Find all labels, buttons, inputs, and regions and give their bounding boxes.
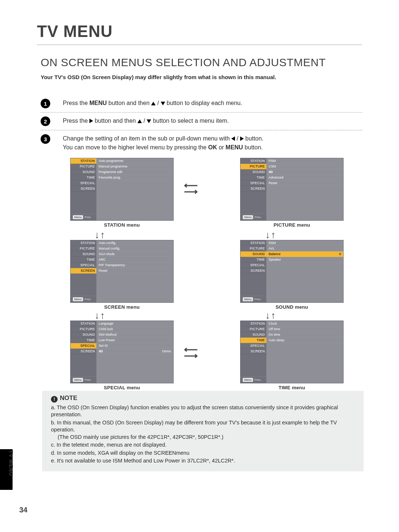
osd-item[interactable]: Reset [96, 268, 173, 274]
osd-tab-time[interactable]: TIME [241, 338, 266, 343]
menu-pill[interactable]: Menu [73, 297, 83, 301]
osd-item[interactable]: Child lock [96, 326, 173, 332]
osd-item[interactable]: SSM [266, 240, 343, 246]
note-e: e. It's not available to use ISM Method … [51, 457, 358, 465]
osd-tab-time[interactable]: TIME [71, 338, 96, 343]
osd-caption: STATION menu [70, 222, 174, 228]
osd-item[interactable]: Low Power [96, 338, 173, 343]
osd-tab-station[interactable]: STATION [241, 158, 266, 164]
osd-tab-special[interactable]: SPECIAL [241, 262, 266, 268]
osd-item[interactable]: Set ID [96, 343, 173, 349]
osd-item[interactable]: Auto programme [96, 158, 173, 164]
osd-item[interactable]: XGA Mode [96, 251, 173, 257]
osd-tab-screen[interactable]: SCREEN [241, 186, 266, 192]
osd-tab-station[interactable]: STATION [71, 158, 96, 164]
osd-tab-picture[interactable]: PICTURE [241, 164, 266, 169]
note-box: NOTE a. The OSD (On Screen Display) func… [42, 391, 364, 471]
osd-tab-time[interactable]: TIME [241, 175, 266, 180]
osd-tab-picture[interactable]: PICTURE [71, 164, 96, 169]
step-3: 3 Change the setting of an item in the s… [41, 131, 362, 156]
osd-item[interactable]: XD [266, 169, 343, 175]
osd-item[interactable]: ISM Method [96, 332, 173, 338]
osd-tab-time[interactable]: TIME [71, 257, 96, 262]
osd-tab-screen[interactable]: SCREEN [71, 268, 96, 274]
osd-item[interactable]: Auto sleep [266, 338, 343, 343]
osd-item[interactable]: AVL [266, 246, 343, 251]
osd-tab-picture[interactable]: PICTURE [71, 326, 96, 332]
osd-item[interactable]: XD Demo [96, 349, 173, 354]
osd-item[interactable]: Off time [266, 326, 343, 332]
left-icon [231, 136, 235, 141]
osd-tab-time[interactable]: TIME [71, 175, 96, 180]
osd-tab-station[interactable]: STATION [241, 240, 266, 246]
osd-item[interactable]: Advanced [266, 175, 343, 180]
bidir-arrow-icon: ↓↑ [95, 232, 105, 238]
osd-item[interactable]: Manual programme [96, 164, 173, 169]
osd-item[interactable]: PIP Transparency [96, 262, 173, 268]
osd-item[interactable]: Language [96, 321, 173, 326]
osd-item[interactable]: Auto config. [96, 240, 173, 246]
step-1-text: Press the MENU button and then / button … [63, 99, 242, 108]
osd-caption: PICTURE menu [240, 222, 344, 228]
section-title: ON SCREEN MENUS SELECTION AND ADJUSTMENT [41, 56, 362, 69]
osd-tab-sound[interactable]: SOUND [241, 169, 266, 175]
osd-tab-special[interactable]: SPECIAL [71, 262, 96, 268]
osd-tab-special[interactable]: SPECIAL [71, 343, 96, 349]
osd-tab-picture[interactable]: PICTURE [241, 326, 266, 332]
osd-tab-sound[interactable]: SOUND [71, 251, 96, 257]
osd-item[interactable]: Balance0 [266, 251, 343, 257]
osd-item[interactable]: ARC [96, 257, 173, 262]
osd-tab-sound[interactable]: SOUND [71, 332, 96, 338]
osd-tab-time[interactable]: TIME [241, 257, 266, 262]
menu-pill[interactable]: Menu [243, 378, 253, 382]
osd-tab-special[interactable]: SPECIAL [241, 180, 266, 186]
osd-tab-screen[interactable]: SCREEN [241, 268, 266, 274]
down-icon [147, 119, 151, 123]
up-icon [151, 102, 156, 105]
osd-item[interactable]: Programme edit [96, 169, 173, 175]
right-icon [240, 136, 244, 141]
osd-tab-screen[interactable]: SCREEN [71, 186, 96, 192]
menu-pill[interactable]: Menu [243, 297, 253, 301]
osd-tab-station[interactable]: STATION [71, 321, 96, 326]
osd-item[interactable]: Clock [266, 321, 343, 326]
osd-tab-station[interactable]: STATION [71, 240, 96, 246]
step-bullet-2: 2 [41, 116, 50, 126]
prev-label: Prev. [255, 378, 261, 382]
bidir-arrow-icon: ⟵⟶ [184, 346, 198, 359]
osd-item[interactable]: Reset [266, 180, 343, 186]
osd-tab-sound[interactable]: SOUND [241, 332, 266, 338]
page-number: 34 [19, 506, 27, 514]
osd-tab-sound[interactable]: SOUND [71, 169, 96, 175]
menu-pill[interactable]: Menu [73, 378, 83, 382]
osd-item[interactable]: On time [266, 332, 343, 338]
bidir-arrow-icon: ↓↑ [265, 312, 276, 319]
osd-tab-special[interactable]: SPECIAL [71, 180, 96, 186]
step-bullet-1: 1 [41, 99, 50, 108]
osd-tab-station[interactable]: STATION [241, 321, 266, 326]
note-title: NOTE [51, 394, 77, 403]
intro-text: Your TV's OSD (On Screen Display) may di… [41, 74, 362, 80]
osd-tab-screen[interactable]: SCREEN [241, 349, 266, 354]
osd-item[interactable]: Speaker [266, 257, 343, 262]
osd-item[interactable]: CSM [266, 164, 343, 169]
osd-tab-special[interactable]: SPECIAL [241, 343, 266, 349]
osd-item[interactable]: Manual config. [96, 246, 173, 251]
right-icon [89, 119, 93, 123]
menu-pill[interactable]: Menu [243, 215, 253, 219]
osd-tab-picture[interactable]: PICTURE [71, 246, 96, 251]
divider [37, 44, 362, 45]
step-1: 1 Press the MENU button and then / butto… [41, 95, 362, 113]
osd-caption: TIME menu [240, 385, 344, 390]
osd-tab-screen[interactable]: SCREEN [71, 349, 96, 354]
menu-pill[interactable]: Menu [73, 215, 83, 219]
osd-tab-picture[interactable]: PICTURE [241, 246, 266, 251]
down-icon [161, 102, 165, 105]
osd-item[interactable]: PSM [266, 158, 343, 164]
osd-tab-sound[interactable]: SOUND [241, 251, 266, 257]
osd-caption: SPECIAL menu [70, 385, 174, 390]
osd-item[interactable]: Favourite prog. [96, 175, 173, 180]
prev-label: Prev. [255, 298, 261, 301]
note-d: d. In some models, XGA will display on t… [51, 450, 358, 457]
osd-station: STATIONPICTURESOUNDTIMESPECIALSCREENMenu… [70, 158, 174, 228]
